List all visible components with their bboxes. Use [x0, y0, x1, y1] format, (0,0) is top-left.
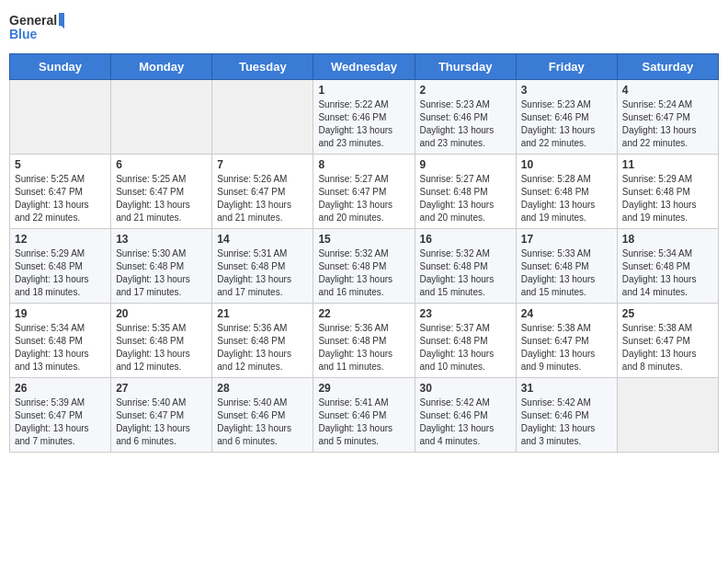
calendar-cell: 28Sunrise: 5:40 AM Sunset: 6:46 PM Dayli… [212, 378, 313, 453]
day-number: 27 [116, 382, 207, 395]
day-number: 6 [116, 158, 207, 171]
day-info: Sunrise: 5:25 AM Sunset: 6:47 PM Dayligh… [15, 173, 106, 224]
calendar-cell: 22Sunrise: 5:36 AM Sunset: 6:48 PM Dayli… [313, 304, 415, 378]
svg-text:General: General [9, 13, 57, 28]
day-number: 13 [116, 233, 207, 246]
day-info: Sunrise: 5:23 AM Sunset: 6:46 PM Dayligh… [420, 98, 511, 150]
svg-text:Blue: Blue [9, 27, 38, 41]
calendar-cell: 20Sunrise: 5:35 AM Sunset: 6:48 PM Dayli… [111, 304, 212, 378]
calendar-cell: 25Sunrise: 5:38 AM Sunset: 6:47 PM Dayli… [617, 304, 718, 378]
day-info: Sunrise: 5:27 AM Sunset: 6:47 PM Dayligh… [318, 173, 409, 224]
day-number: 26 [15, 382, 106, 395]
day-number: 9 [420, 158, 511, 171]
day-number: 28 [217, 382, 308, 395]
day-info: Sunrise: 5:40 AM Sunset: 6:46 PM Dayligh… [217, 396, 308, 448]
calendar-cell: 2Sunrise: 5:23 AM Sunset: 6:46 PM Daylig… [415, 80, 516, 155]
calendar-cell: 27Sunrise: 5:40 AM Sunset: 6:47 PM Dayli… [111, 378, 212, 453]
day-info: Sunrise: 5:26 AM Sunset: 6:47 PM Dayligh… [217, 173, 308, 224]
calendar-cell: 26Sunrise: 5:39 AM Sunset: 6:47 PM Dayli… [10, 378, 111, 453]
day-info: Sunrise: 5:38 AM Sunset: 6:47 PM Dayligh… [622, 322, 713, 373]
day-number: 3 [521, 84, 612, 97]
days-header-row: SundayMondayTuesdayWednesdayThursdayFrid… [10, 54, 719, 80]
day-number: 19 [15, 307, 106, 320]
week-row-5: 26Sunrise: 5:39 AM Sunset: 6:47 PM Dayli… [10, 378, 719, 453]
day-header-friday: Friday [516, 54, 617, 80]
week-row-1: 1Sunrise: 5:22 AM Sunset: 6:46 PM Daylig… [10, 80, 719, 155]
day-header-tuesday: Tuesday [212, 54, 313, 80]
day-info: Sunrise: 5:32 AM Sunset: 6:48 PM Dayligh… [318, 247, 409, 299]
day-info: Sunrise: 5:39 AM Sunset: 6:47 PM Dayligh… [15, 396, 106, 448]
calendar-cell: 29Sunrise: 5:41 AM Sunset: 6:46 PM Dayli… [313, 378, 415, 453]
calendar-cell: 15Sunrise: 5:32 AM Sunset: 6:48 PM Dayli… [313, 229, 415, 304]
day-number: 29 [318, 382, 409, 395]
day-number: 23 [420, 307, 511, 320]
day-number: 8 [318, 158, 409, 171]
calendar-cell: 24Sunrise: 5:38 AM Sunset: 6:47 PM Dayli… [516, 304, 617, 378]
day-number: 5 [15, 158, 106, 171]
calendar-cell [10, 80, 111, 155]
calendar-cell: 14Sunrise: 5:31 AM Sunset: 6:48 PM Dayli… [212, 229, 313, 304]
calendar-cell: 7Sunrise: 5:26 AM Sunset: 6:47 PM Daylig… [212, 155, 313, 229]
day-info: Sunrise: 5:24 AM Sunset: 6:47 PM Dayligh… [622, 98, 713, 150]
week-row-3: 12Sunrise: 5:29 AM Sunset: 6:48 PM Dayli… [10, 229, 719, 304]
calendar-cell: 12Sunrise: 5:29 AM Sunset: 6:48 PM Dayli… [10, 229, 111, 304]
day-header-monday: Monday [111, 54, 212, 80]
calendar-cell: 9Sunrise: 5:27 AM Sunset: 6:48 PM Daylig… [415, 155, 516, 229]
day-header-saturday: Saturday [617, 54, 718, 80]
day-info: Sunrise: 5:25 AM Sunset: 6:47 PM Dayligh… [116, 173, 207, 224]
day-number: 16 [420, 233, 511, 246]
day-number: 18 [622, 233, 713, 246]
calendar-cell: 3Sunrise: 5:23 AM Sunset: 6:46 PM Daylig… [516, 80, 617, 155]
day-info: Sunrise: 5:30 AM Sunset: 6:48 PM Dayligh… [116, 247, 207, 299]
day-number: 2 [420, 84, 511, 97]
day-info: Sunrise: 5:42 AM Sunset: 6:46 PM Dayligh… [521, 396, 612, 448]
day-number: 24 [521, 307, 612, 320]
day-number: 20 [116, 307, 207, 320]
week-row-2: 5Sunrise: 5:25 AM Sunset: 6:47 PM Daylig… [10, 155, 719, 229]
calendar-cell: 8Sunrise: 5:27 AM Sunset: 6:47 PM Daylig… [313, 155, 415, 229]
day-info: Sunrise: 5:36 AM Sunset: 6:48 PM Dayligh… [318, 322, 409, 373]
calendar-cell: 31Sunrise: 5:42 AM Sunset: 6:46 PM Dayli… [516, 378, 617, 453]
day-info: Sunrise: 5:29 AM Sunset: 6:48 PM Dayligh… [622, 173, 713, 224]
day-info: Sunrise: 5:41 AM Sunset: 6:46 PM Dayligh… [318, 396, 409, 448]
calendar-cell: 13Sunrise: 5:30 AM Sunset: 6:48 PM Dayli… [111, 229, 212, 304]
day-info: Sunrise: 5:34 AM Sunset: 6:48 PM Dayligh… [622, 247, 713, 299]
day-number: 22 [318, 307, 409, 320]
day-info: Sunrise: 5:42 AM Sunset: 6:46 PM Dayligh… [420, 396, 511, 448]
day-info: Sunrise: 5:34 AM Sunset: 6:48 PM Dayligh… [15, 322, 106, 373]
logo: General Blue [9, 9, 64, 46]
calendar-cell: 19Sunrise: 5:34 AM Sunset: 6:48 PM Dayli… [10, 304, 111, 378]
day-number: 1 [318, 84, 409, 97]
day-header-wednesday: Wednesday [313, 54, 415, 80]
day-number: 15 [318, 233, 409, 246]
day-number: 17 [521, 233, 612, 246]
day-number: 21 [217, 307, 308, 320]
calendar-cell [212, 80, 313, 155]
calendar-cell [617, 378, 718, 453]
day-number: 31 [521, 382, 612, 395]
logo-svg: General Blue [9, 9, 64, 46]
calendar-cell: 17Sunrise: 5:33 AM Sunset: 6:48 PM Dayli… [516, 229, 617, 304]
day-number: 14 [217, 233, 308, 246]
day-number: 7 [217, 158, 308, 171]
day-number: 10 [521, 158, 612, 171]
day-number: 30 [420, 382, 511, 395]
calendar-cell: 11Sunrise: 5:29 AM Sunset: 6:48 PM Dayli… [617, 155, 718, 229]
day-number: 25 [622, 307, 713, 320]
day-info: Sunrise: 5:27 AM Sunset: 6:48 PM Dayligh… [420, 173, 511, 224]
calendar-cell: 23Sunrise: 5:37 AM Sunset: 6:48 PM Dayli… [415, 304, 516, 378]
day-info: Sunrise: 5:32 AM Sunset: 6:48 PM Dayligh… [420, 247, 511, 299]
calendar-cell: 18Sunrise: 5:34 AM Sunset: 6:48 PM Dayli… [617, 229, 718, 304]
day-info: Sunrise: 5:31 AM Sunset: 6:48 PM Dayligh… [217, 247, 308, 299]
calendar-table: SundayMondayTuesdayWednesdayThursdayFrid… [9, 53, 719, 453]
calendar-cell: 16Sunrise: 5:32 AM Sunset: 6:48 PM Dayli… [415, 229, 516, 304]
day-info: Sunrise: 5:22 AM Sunset: 6:46 PM Dayligh… [318, 98, 409, 150]
page-header: General Blue [9, 9, 719, 46]
day-info: Sunrise: 5:28 AM Sunset: 6:48 PM Dayligh… [521, 173, 612, 224]
day-info: Sunrise: 5:37 AM Sunset: 6:48 PM Dayligh… [420, 322, 511, 373]
day-info: Sunrise: 5:29 AM Sunset: 6:48 PM Dayligh… [15, 247, 106, 299]
calendar-cell: 5Sunrise: 5:25 AM Sunset: 6:47 PM Daylig… [10, 155, 111, 229]
day-number: 4 [622, 84, 713, 97]
day-info: Sunrise: 5:35 AM Sunset: 6:48 PM Dayligh… [116, 322, 207, 373]
day-header-sunday: Sunday [10, 54, 111, 80]
